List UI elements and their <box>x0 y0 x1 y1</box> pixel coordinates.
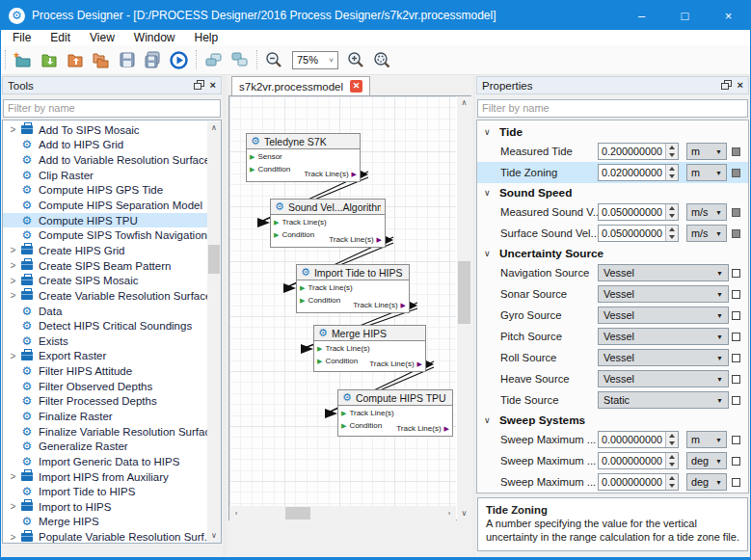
output-port[interactable]: Track Line(s)▶ <box>329 235 382 244</box>
tool-item[interactable]: ⚙Detect HIPS Critical Soundings <box>3 318 221 333</box>
link-indicator-checkbox[interactable] <box>732 169 740 177</box>
scroll-up-icon[interactable]: ∧ <box>457 96 471 110</box>
chevron-down-icon[interactable]: ∨ <box>484 127 494 137</box>
tool-item[interactable]: ⚙Add to Variable Resolution Surface <box>3 152 221 168</box>
link-indicator-checkbox[interactable] <box>732 147 740 156</box>
process-node[interactable]: ⚙Import Tide to HIPS▶Track Line(s)▶Condi… <box>296 264 410 313</box>
tool-item[interactable]: ⚙Compute HIPS Separation Model <box>3 198 221 213</box>
menu-edit[interactable]: Edit <box>40 30 80 45</box>
value-dropdown[interactable]: Vessel▼ <box>598 285 729 303</box>
arrange-layers-button[interactable] <box>201 47 227 72</box>
input-port[interactable]: ▶Track Line(s) <box>271 215 385 227</box>
tool-item[interactable]: ⚙Filter HIPS Attitude <box>3 363 221 379</box>
tool-item[interactable]: >Export Raster <box>3 349 221 364</box>
scroll-right-icon[interactable]: › <box>443 506 456 520</box>
menu-view[interactable]: View <box>80 30 124 45</box>
spinner-buttons[interactable] <box>665 453 678 468</box>
property-row[interactable]: Measured Sound V...0.050000000m/s▼ <box>477 201 748 223</box>
zoom-in-button[interactable] <box>343 47 369 72</box>
tool-item[interactable]: ⚙Generalize Raster <box>3 439 221 454</box>
close-button[interactable]: × <box>707 1 750 30</box>
tools-scrollbar[interactable]: ∧ ∨ <box>207 121 221 543</box>
tool-item[interactable]: >Import to HIPS <box>3 499 221 515</box>
properties-filter-input[interactable] <box>477 99 748 118</box>
tool-item[interactable]: ⚙Data <box>3 304 221 319</box>
menu-window[interactable]: Window <box>124 30 185 45</box>
run-button[interactable] <box>166 47 192 72</box>
tool-item[interactable]: >Create Variable Resolution Surface <box>3 288 221 304</box>
process-node[interactable]: ⚙Compute HIPS TPU▶Track Line(s)▶Conditio… <box>337 389 453 437</box>
new-model-button[interactable]: ★ <box>10 47 36 72</box>
save-button[interactable] <box>114 47 140 72</box>
spinner-buttons[interactable] <box>665 432 678 447</box>
zoom-out-button[interactable] <box>261 47 287 72</box>
document-tab[interactable]: s7k2vr.processmodel ✕ <box>231 76 370 95</box>
property-row[interactable]: Roll SourceVessel▼ <box>477 347 748 368</box>
output-port[interactable]: Track Line(s)▶ <box>396 424 449 433</box>
expander-icon[interactable]: > <box>7 260 19 271</box>
tool-item[interactable]: >Import HIPS from Auxiliary <box>3 469 221 485</box>
tool-item[interactable]: >Populate Variable Resolution Surf... <box>3 529 221 544</box>
chevron-down-icon[interactable]: ∨ <box>484 415 494 425</box>
expander-icon[interactable]: > <box>7 351 19 361</box>
value-dropdown[interactable]: Vessel▼ <box>598 370 729 387</box>
open-model-button[interactable] <box>36 47 62 72</box>
expander-icon[interactable]: > <box>7 532 19 543</box>
section-header[interactable]: ∨Uncertainty Source <box>477 244 748 262</box>
link-indicator-checkbox[interactable] <box>732 208 740 217</box>
property-row[interactable]: Pitch SourceVessel▼ <box>477 326 748 347</box>
link-indicator-checkbox[interactable] <box>732 375 740 384</box>
float-panel-icon[interactable] <box>194 80 204 91</box>
unit-dropdown[interactable]: deg▼ <box>686 452 727 469</box>
scroll-down-icon[interactable]: ∨ <box>207 529 221 543</box>
minimize-button[interactable]: – <box>620 1 663 30</box>
chevron-down-icon[interactable]: ∨ <box>484 188 494 198</box>
tool-item[interactable]: ⚙Filter Processed Depths <box>3 394 221 410</box>
property-row[interactable]: Sweep Maximum ...0.000000000deg▼ <box>477 471 748 493</box>
canvas-hscrollbar[interactable]: ‹ › <box>229 506 456 520</box>
unit-dropdown[interactable]: m/s▼ <box>686 225 727 242</box>
section-header[interactable]: ∨Sweep Systems <box>477 411 748 429</box>
unit-dropdown[interactable]: deg▼ <box>686 473 727 491</box>
input-port[interactable]: ▶Sensor <box>247 149 360 162</box>
tool-item[interactable]: ⚙Finalize Raster <box>3 409 221 424</box>
output-port[interactable]: Track Line(s)▶ <box>304 170 357 178</box>
value-dropdown[interactable]: Vessel▼ <box>598 307 729 324</box>
scroll-up-icon[interactable]: ∧ <box>207 121 221 135</box>
link-indicator-checkbox[interactable] <box>732 354 740 362</box>
scroll-thumb[interactable] <box>208 245 220 274</box>
tool-item[interactable]: ⚙Clip Raster <box>3 168 221 183</box>
link-indicator-checkbox[interactable] <box>732 311 740 320</box>
export-model-button[interactable] <box>62 47 88 72</box>
menu-help[interactable]: Help <box>185 30 228 45</box>
link-indicator-checkbox[interactable] <box>732 290 740 299</box>
value-dropdown[interactable]: Static▼ <box>598 391 729 409</box>
menu-file[interactable]: File <box>3 30 40 45</box>
scroll-down-icon[interactable]: ∨ <box>457 507 471 520</box>
zoom-level-select[interactable]: 75%˅ <box>292 51 338 69</box>
expander-icon[interactable]: > <box>7 501 19 512</box>
property-row[interactable]: Tide Zoning0.020000000m▼ <box>477 162 748 183</box>
link-indicator-checkbox[interactable] <box>732 269 740 278</box>
unit-dropdown[interactable]: m▼ <box>686 164 727 181</box>
section-header[interactable]: ∨Tide <box>477 122 748 141</box>
maximize-button[interactable]: □ <box>663 1 707 30</box>
expander-icon[interactable]: > <box>7 245 19 255</box>
close-panel-icon[interactable]: × <box>210 80 216 91</box>
unit-dropdown[interactable]: m/s▼ <box>686 203 727 221</box>
tool-item[interactable]: ⚙Finalize Variable Resolution Surface <box>3 424 221 440</box>
link-indicator-checkbox[interactable] <box>732 229 740 238</box>
link-indicator-checkbox[interactable] <box>732 333 740 341</box>
value-spinbox[interactable]: 0.000000000 <box>598 431 679 448</box>
arrange-layers-alt-button[interactable] <box>227 47 253 72</box>
value-spinbox[interactable]: 0.000000000 <box>598 452 679 469</box>
property-row[interactable]: Tide SourceStatic▼ <box>477 389 748 411</box>
property-row[interactable]: Gyro SourceVessel▼ <box>477 305 748 326</box>
scroll-thumb[interactable] <box>458 261 470 324</box>
spinner-buttons[interactable] <box>665 204 678 220</box>
tool-item[interactable]: ⚙Compute HIPS GPS Tide <box>3 183 221 199</box>
value-spinbox[interactable]: 0.000000000 <box>598 473 679 491</box>
process-canvas[interactable]: ⚙Teledyne S7K▶Sensor▶ConditionTrack Line… <box>229 96 456 506</box>
unit-dropdown[interactable]: m▼ <box>686 143 727 160</box>
output-port[interactable]: Track Line(s)▶ <box>369 360 422 368</box>
